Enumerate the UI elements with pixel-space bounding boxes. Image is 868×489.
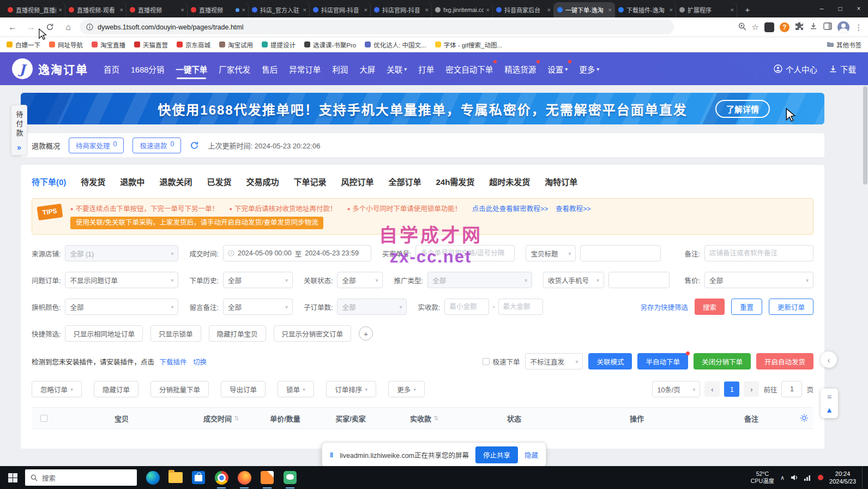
save-quick-filter-link[interactable]: 另存为快捷筛选 (640, 302, 688, 312)
table-column-header[interactable]: 状态 (462, 413, 566, 424)
semi-auto-order-button[interactable]: 半自动下单 (637, 353, 688, 369)
message-remark-select[interactable]: 全部 ▾ (223, 299, 293, 315)
window-maximize-button[interactable]: □ (831, 0, 849, 17)
app-logo[interactable]: J 逸淘订单 (12, 58, 88, 79)
cpu-temp-widget[interactable]: 52°C CPU温度 (751, 470, 774, 485)
problem-order-select[interactable]: 不显示问题订单 ▾ (65, 272, 178, 288)
extension-help-icon[interactable]: ? (780, 22, 789, 32)
download-plugin-link[interactable]: 下载插件 (160, 359, 187, 366)
browser-tab[interactable]: 抖店_官方入驻 × (249, 2, 310, 17)
tab-close-icon[interactable]: × (425, 7, 429, 13)
order-status-tab[interactable]: 淘特订单 (545, 176, 577, 187)
relation-status-select[interactable]: 全部 ▾ (337, 272, 383, 288)
bookmark-item[interactable]: 优化达人: 中国文... (365, 40, 426, 49)
browser-tab[interactable]: 抖音商家后台 × (493, 2, 554, 17)
order-action-button[interactable]: 更多 ▾ (388, 381, 425, 397)
taskbar-explorer-icon[interactable] (164, 466, 187, 489)
quick-filter-chip[interactable]: 只显示分销密文订单 (274, 325, 352, 342)
order-action-button[interactable]: 订单排序 ▾ (326, 381, 376, 397)
quick-filter-chip[interactable]: 只显示锁单 (150, 325, 201, 342)
bookmark-item[interactable]: 淘宝直播 (92, 40, 125, 49)
page-size-select[interactable]: 10条/页 ▾ (652, 381, 700, 397)
next-page-button[interactable]: › (744, 381, 759, 397)
column-settings-gear-icon[interactable] (800, 414, 809, 422)
extensions-puzzle-icon[interactable] (795, 22, 804, 32)
search-button[interactable]: 搜索 (695, 299, 725, 315)
prev-page-button[interactable]: ‹ (704, 381, 720, 397)
quick-filter-chip[interactable]: 只显示相同地址订单 (65, 325, 143, 342)
order-status-tab[interactable]: 超时未发货 (489, 176, 530, 187)
order-status-tab[interactable]: 已发货 (207, 176, 231, 187)
tab-close-icon[interactable]: × (59, 7, 62, 13)
banner-detail-button[interactable]: 了解详情 (715, 100, 770, 118)
window-close-button[interactable]: × (849, 0, 868, 17)
browser-tab[interactable]: 抖店官网-抖音 × (371, 2, 432, 17)
sub-order-count-select[interactable]: 全部 ▾ (337, 299, 407, 315)
taskbar-browser-icon[interactable] (233, 466, 256, 489)
nav-item[interactable]: 异常订单 (289, 52, 321, 86)
taskbar-wechat-icon[interactable] (279, 466, 302, 489)
tab-close-icon[interactable]: × (303, 7, 306, 13)
browser-tab[interactable]: 直播视频 × (188, 2, 249, 17)
browser-tab[interactable]: 一键下单-逸淘 × (554, 2, 615, 17)
order-action-button[interactable]: 导出订单 (221, 381, 266, 397)
order-status-tab[interactable]: 交易成功 (246, 176, 279, 187)
floating-tools-widget[interactable]: ≡ ▲ (821, 389, 838, 418)
order-number-input[interactable] (415, 245, 515, 261)
tab-close-icon[interactable]: × (120, 7, 123, 13)
order-action-button[interactable]: 隐藏订单 (94, 381, 138, 397)
nav-item[interactable]: 售后 (262, 52, 278, 86)
forward-button[interactable]: → (24, 20, 38, 34)
paid-min-input[interactable] (444, 299, 489, 315)
page-scrollbar[interactable] (863, 86, 867, 465)
tab-close-icon[interactable]: × (731, 7, 734, 13)
collapse-panel-button[interactable]: ‹ (821, 351, 837, 368)
back-button[interactable]: ← (5, 20, 20, 34)
side-collapsed-panel[interactable]: 待付款 » (11, 105, 27, 156)
nav-item[interactable]: 厂家代发 (219, 52, 250, 86)
deal-time-range-picker[interactable]: 2024-05-09 00:00 至 2024-05-23 23:59 (223, 245, 371, 261)
table-select-all-checkbox[interactable] (40, 415, 47, 422)
order-status-tab[interactable]: 退款关闭 (159, 176, 192, 187)
nav-item[interactable]: 密文自动下单 (445, 52, 493, 86)
bookmark-item[interactable]: 天猫直营 (134, 40, 168, 49)
extension-icon[interactable] (764, 22, 774, 32)
decrypt-tutorial-link[interactable]: 点击此处查看解密教程>> (472, 205, 548, 213)
nav-item[interactable]: 更多 ▾ (579, 52, 599, 86)
volume-icon[interactable] (791, 474, 798, 481)
browser-tab[interactable]: 抖店官网-抖音 × (310, 2, 371, 17)
tab-close-icon[interactable]: × (242, 7, 245, 13)
taskbar-clock[interactable]: 20:24 2024/5/23 (829, 470, 856, 486)
tab-close-icon[interactable]: × (670, 7, 673, 13)
browser-tab[interactable]: fxg.jinritemai.com × (432, 2, 493, 17)
new-tab-button[interactable]: + (740, 2, 755, 16)
nav-item[interactable]: 1688分销 (131, 52, 164, 86)
bookmark-item[interactable]: 淘宝试用 (219, 40, 253, 49)
bookmark-item[interactable]: 提提设计 (262, 40, 296, 49)
sort-icon[interactable]: ⇅ (234, 415, 239, 422)
recording-indicator-icon[interactable] (818, 475, 823, 480)
tab-close-icon[interactable]: × (181, 7, 184, 13)
expand-arrow-icon[interactable]: » (17, 143, 21, 152)
bookmark-item[interactable]: 京东商城 (177, 40, 210, 49)
profile-avatar[interactable] (837, 21, 849, 33)
window-minimize-button[interactable]: – (812, 0, 831, 17)
speed-order-checkbox[interactable]: 极速下单 (483, 356, 520, 367)
bookmark-star-icon[interactable]: ☆ (752, 22, 759, 32)
home-button[interactable]: ⌂ (61, 20, 75, 34)
nav-item[interactable]: 利润 (332, 52, 348, 86)
order-status-tab[interactable]: 下单记录 (293, 176, 326, 187)
back-to-top-icon[interactable]: ▲ (825, 406, 833, 414)
other-bookmarks-folder[interactable]: 其他书签 (827, 40, 861, 49)
zoom-icon[interactable] (738, 22, 746, 32)
order-status-tab[interactable]: 24h需发货 (436, 176, 474, 187)
download-link[interactable]: 下载 (829, 63, 856, 75)
hide-share-link[interactable]: 隐藏 (525, 450, 538, 460)
switch-plugin-link[interactable]: 切换 (193, 359, 207, 366)
browser-tab[interactable]: 直播视频_直播间 × (4, 2, 65, 17)
show-desktop-button[interactable] (862, 466, 865, 489)
stop-sharing-button[interactable]: 停止共享 (475, 446, 518, 463)
order-status-tab[interactable]: 待发货 (81, 176, 105, 187)
table-column-header[interactable]: 宝贝 (56, 413, 187, 424)
paid-max-input[interactable] (498, 299, 543, 315)
